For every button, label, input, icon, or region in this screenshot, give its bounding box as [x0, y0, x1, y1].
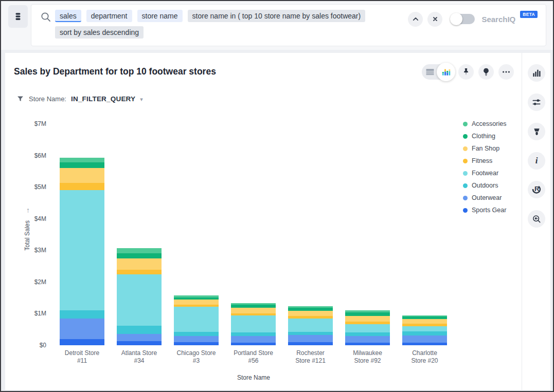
bar-segment[interactable]	[174, 342, 219, 345]
legend-dot	[463, 208, 468, 213]
bar-segment[interactable]	[402, 343, 447, 345]
search-token[interactable]: store name	[137, 10, 183, 22]
table-icon	[425, 67, 435, 77]
display-mode-switch[interactable]	[422, 64, 454, 80]
pin-button[interactable]	[458, 64, 474, 80]
bar-segment[interactable]	[402, 319, 447, 324]
clear-search-button[interactable]	[427, 12, 442, 27]
viz-toolbar	[422, 64, 514, 80]
bar-segment[interactable]	[117, 253, 162, 258]
bar-segment[interactable]	[288, 311, 333, 316]
r-logo-icon: R	[530, 183, 543, 196]
bar-segment[interactable]	[117, 326, 162, 333]
bar-portland-store-56[interactable]	[231, 303, 276, 345]
bar-segment[interactable]	[117, 258, 162, 270]
search-token[interactable]: store name in ( top 10 store name by sal…	[188, 10, 366, 22]
search-input[interactable]: salesdepartmentstore namestore name in (…	[31, 4, 546, 46]
bar-segment[interactable]	[174, 307, 219, 332]
bar-segment[interactable]	[60, 168, 104, 182]
y-axis-tick: $5M	[10, 183, 46, 191]
bar-segment[interactable]	[345, 343, 390, 345]
legend-item[interactable]: Outerwear	[463, 192, 506, 204]
bar-segment[interactable]	[60, 158, 104, 162]
bar-segment[interactable]	[117, 334, 162, 341]
legend-item[interactable]: Fitness	[463, 155, 506, 167]
bar-segment[interactable]	[288, 335, 333, 342]
search-token[interactable]: sales	[55, 10, 81, 22]
searchiq-toggle[interactable]	[451, 14, 475, 24]
search-token[interactable]: department	[86, 10, 132, 22]
bar-segment[interactable]	[402, 335, 447, 343]
chart-icon	[441, 67, 451, 77]
bar-segment[interactable]	[117, 341, 162, 345]
bar-segment[interactable]	[117, 270, 162, 274]
bar-rochester-store-121[interactable]	[288, 306, 333, 345]
bar-segment[interactable]	[402, 326, 447, 331]
beta-badge: BETA	[520, 11, 538, 18]
bar-segment[interactable]	[60, 183, 104, 190]
legend-item[interactable]: Fan Shop	[463, 142, 506, 155]
bar-segment[interactable]	[231, 308, 276, 313]
bar-segment[interactable]	[60, 310, 104, 319]
search-token[interactable]: sort by sales descending	[55, 26, 144, 39]
chart-view-button[interactable]	[437, 63, 455, 81]
explore-button[interactable]	[528, 210, 545, 228]
bar-segment[interactable]	[345, 324, 390, 332]
bar-detroit-store-11[interactable]	[60, 158, 104, 345]
bar-segment[interactable]	[288, 319, 333, 332]
caret-down-icon[interactable]: ▾	[140, 96, 143, 103]
data-source-button[interactable]	[8, 5, 28, 28]
bar-segment[interactable]	[174, 300, 219, 304]
filter-chip[interactable]: Store Name: IN_FILTER_QUERY ▾	[16, 95, 143, 103]
legend-label: Fitness	[472, 157, 492, 164]
legend-dot	[463, 196, 468, 200]
bar-segment[interactable]	[174, 336, 219, 342]
legend-dot	[463, 134, 468, 139]
bar-segment[interactable]	[60, 319, 104, 339]
legend-item[interactable]: Accessories	[463, 118, 506, 130]
bar-segment[interactable]	[231, 336, 276, 343]
legend-item[interactable]: Clothing	[463, 130, 506, 142]
bar-chicago-store-3[interactable]	[174, 295, 219, 345]
chart-styles-button[interactable]	[528, 123, 545, 140]
bar-segment[interactable]	[117, 274, 162, 326]
legend-item[interactable]: Footwear	[463, 167, 506, 179]
searchiq-label: SearchIQ	[481, 15, 515, 24]
bar-charlotte-store-20[interactable]	[402, 315, 447, 345]
legend-dot	[463, 146, 468, 151]
legend-label: Accessories	[472, 120, 506, 127]
bar-segment[interactable]	[117, 248, 162, 254]
bar-segment[interactable]	[345, 312, 390, 316]
bar-milwaukee-store-92[interactable]	[345, 310, 390, 345]
bar-segment[interactable]	[60, 190, 104, 310]
bar-segment[interactable]	[402, 331, 447, 335]
collapse-search-button[interactable]	[408, 12, 423, 27]
legend-item[interactable]: Sports Gear	[463, 204, 506, 216]
bar-segment[interactable]	[288, 342, 333, 345]
bar-segment[interactable]	[174, 332, 219, 337]
bar-segment[interactable]	[231, 315, 276, 332]
bar-segment[interactable]	[345, 316, 390, 322]
x-axis-label: Atlanta Store#34	[111, 349, 168, 365]
bar-segment[interactable]	[345, 332, 390, 336]
legend-label: Outerwear	[472, 194, 502, 201]
table-view-button[interactable]	[424, 66, 436, 78]
r-analysis-button[interactable]: R	[528, 181, 545, 198]
insights-button[interactable]	[478, 64, 494, 80]
bar-segment[interactable]	[231, 332, 276, 336]
chart-type-button[interactable]	[528, 64, 545, 82]
bar-segment[interactable]	[231, 343, 276, 345]
more-options-button[interactable]	[498, 64, 514, 80]
bar-segment[interactable]	[60, 162, 104, 169]
bar-atlanta-store-34[interactable]	[117, 248, 162, 345]
query-details-button[interactable]: i	[528, 152, 545, 170]
legend-item[interactable]: Outdoors	[463, 179, 506, 192]
bar-segment[interactable]	[345, 336, 390, 343]
chart-config-button[interactable]	[528, 94, 545, 111]
legend-dot	[463, 171, 468, 176]
lightbulb-icon	[481, 67, 491, 77]
bar-segment[interactable]	[60, 339, 104, 345]
plot-area: $0$1M$2M$3M$4M$5M$6M$7M	[5, 124, 522, 345]
bar-segment[interactable]	[288, 332, 333, 335]
paintbrush-icon	[532, 127, 542, 137]
